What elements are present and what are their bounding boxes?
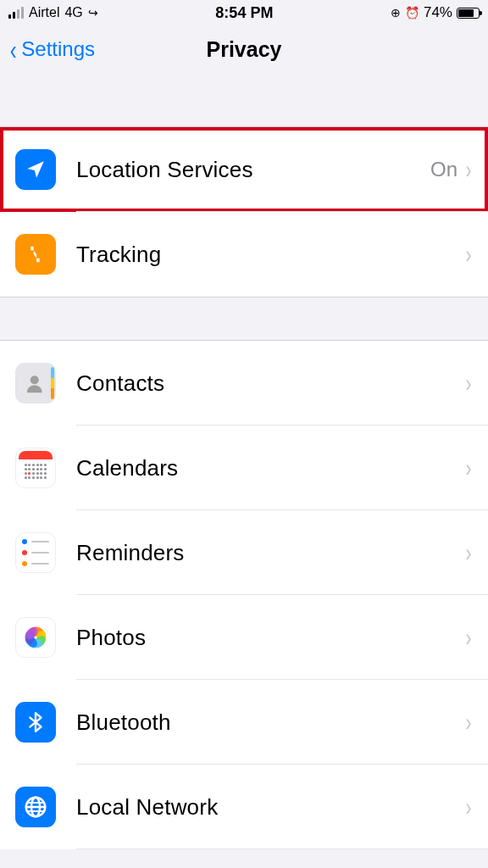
chevron-right-icon: › (466, 369, 472, 398)
row-bluetooth[interactable]: Bluetooth › (0, 680, 488, 765)
row-label: Reminders (76, 540, 464, 566)
chevron-left-icon: ‹ (10, 35, 17, 64)
tracking-icon (15, 234, 56, 275)
row-label: Photos (76, 625, 464, 651)
row-location-services[interactable]: Location Services On › (0, 127, 488, 212)
chevron-right-icon: › (466, 623, 472, 652)
chevron-right-icon: › (466, 538, 472, 567)
alarm-icon: ⏰ (405, 6, 419, 19)
chevron-right-icon: › (466, 793, 472, 821)
network-label: 4G (64, 5, 82, 20)
status-right: ⊕ ⏰ 74% (391, 4, 480, 21)
back-button[interactable]: ‹ Settings (8, 35, 95, 64)
section-spacer (0, 75, 488, 127)
section-spacer (0, 297, 488, 341)
reminders-icon (15, 532, 56, 573)
status-bar: Airtel 4G ↪ 8:54 PM ⊕ ⏰ 74% (0, 0, 488, 24)
back-label: Settings (21, 37, 95, 61)
battery-percent: 74% (424, 4, 452, 21)
svg-point-0 (30, 376, 39, 384)
calendar-icon (15, 448, 56, 488)
row-label: Bluetooth (76, 709, 464, 736)
location-arrow-icon (15, 149, 56, 190)
chevron-right-icon: › (466, 708, 472, 737)
row-label: Local Network (76, 794, 464, 821)
battery-icon (457, 8, 480, 19)
orientation-lock-icon: ⊕ (391, 6, 401, 19)
chevron-right-icon: › (466, 240, 472, 269)
globe-icon (15, 787, 56, 827)
row-label: Contacts (76, 370, 464, 397)
bluetooth-icon (15, 702, 56, 743)
row-label: Location Services (76, 157, 430, 183)
call-forward-icon: ↪ (88, 6, 98, 19)
row-label: Calendars (76, 455, 464, 481)
row-reminders[interactable]: Reminders › (0, 510, 488, 595)
row-contacts[interactable]: Contacts › (0, 341, 488, 426)
nav-header: ‹ Settings Privacy (0, 24, 488, 75)
chevron-right-icon: › (466, 155, 472, 184)
row-value: On (430, 158, 458, 181)
row-local-network[interactable]: Local Network › (0, 765, 488, 849)
status-time: 8:54 PM (215, 4, 273, 22)
carrier-label: Airtel (29, 5, 59, 20)
photos-icon (15, 617, 56, 658)
row-tracking[interactable]: Tracking › (0, 212, 488, 297)
chevron-right-icon: › (466, 453, 472, 482)
contacts-icon (15, 363, 56, 403)
row-photos[interactable]: Photos › (0, 595, 488, 680)
row-calendars[interactable]: Calendars › (0, 426, 488, 510)
status-left: Airtel 4G ↪ (8, 5, 98, 20)
signal-icon (8, 7, 24, 19)
row-label: Tracking (76, 242, 464, 268)
